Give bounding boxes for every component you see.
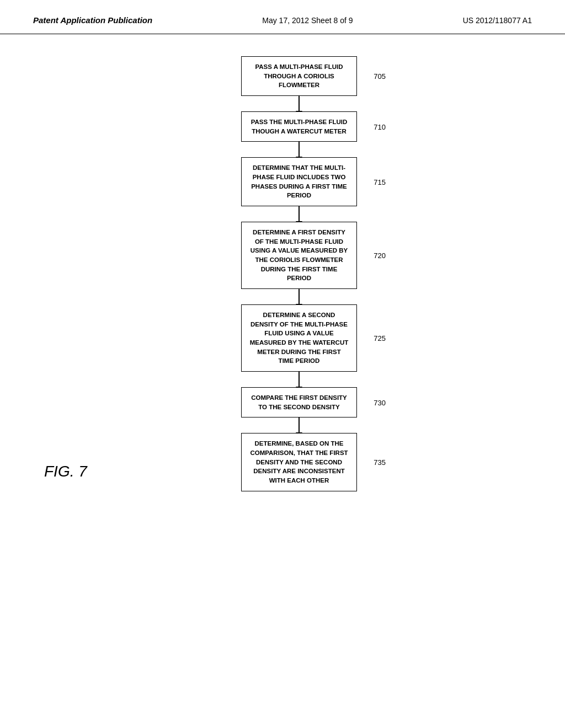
step-705-box: PASS A MULTI-PHASE FLUID THROUGH A CORIO… <box>241 56 357 96</box>
diagram-area: PASS A MULTI-PHASE FLUID THROUGH A CORIO… <box>0 34 565 502</box>
step-730-wrapper: COMPARE THE FIRST DENSITY TO THE SECOND … <box>241 387 357 417</box>
step-725-label: 725 <box>374 334 386 342</box>
arrow-1 <box>299 96 300 111</box>
flowchart: PASS A MULTI-PHASE FLUID THROUGH A CORIO… <box>241 56 357 491</box>
step-735-text: DETERMINE, BASED ON THE COMPARISON, THAT… <box>250 440 348 484</box>
step-730-label: 730 <box>374 398 386 406</box>
step-735-label: 735 <box>374 458 386 467</box>
arrow-3 <box>299 206 300 222</box>
step-720-wrapper: DETERMINE A FIRST DENSITY OF THE MULTI-P… <box>241 222 357 289</box>
page-header: Patent Application Publication May 17, 2… <box>0 0 565 34</box>
sheet-info: May 17, 2012 Sheet 8 of 9 <box>262 16 353 25</box>
step-725-box: DETERMINE A SECOND DENSITY OF THE MULTI-… <box>241 304 357 372</box>
step-735-wrapper: DETERMINE, BASED ON THE COMPARISON, THAT… <box>241 433 357 491</box>
step-710-text: PASS THE MULTI-PHASE FLUID THOUGH A WATE… <box>251 119 348 135</box>
step-735-box: DETERMINE, BASED ON THE COMPARISON, THAT… <box>241 433 357 491</box>
step-725-wrapper: DETERMINE A SECOND DENSITY OF THE MULTI-… <box>241 304 357 372</box>
arrow-5 <box>299 372 300 387</box>
step-710-wrapper: PASS THE MULTI-PHASE FLUID THOUGH A WATE… <box>241 111 357 142</box>
step-730-text: COMPARE THE FIRST DENSITY TO THE SECOND … <box>251 394 347 410</box>
step-720-text: DETERMINE A FIRST DENSITY OF THE MULTI-P… <box>250 229 348 281</box>
step-730-box: COMPARE THE FIRST DENSITY TO THE SECOND … <box>241 387 357 417</box>
arrow-6 <box>299 417 300 433</box>
arrow-2 <box>299 142 300 157</box>
step-705-label: 705 <box>374 72 386 81</box>
step-705-text: PASS A MULTI-PHASE FLUID THROUGH A CORIO… <box>255 63 343 88</box>
publication-label: Patent Application Publication <box>33 15 152 25</box>
step-715-box: DETERMINE THAT THE MULTI-PHASE FLUID INC… <box>241 157 357 206</box>
step-715-label: 715 <box>374 178 386 186</box>
step-710-label: 710 <box>374 122 386 131</box>
step-720-box: DETERMINE A FIRST DENSITY OF THE MULTI-P… <box>241 222 357 289</box>
patent-number: US 2012/118077 A1 <box>463 16 532 25</box>
step-715-wrapper: DETERMINE THAT THE MULTI-PHASE FLUID INC… <box>241 157 357 206</box>
step-705-wrapper: PASS A MULTI-PHASE FLUID THROUGH A CORIO… <box>241 56 357 96</box>
step-720-label: 720 <box>374 251 386 260</box>
arrow-4 <box>299 289 300 304</box>
step-715-text: DETERMINE THAT THE MULTI-PHASE FLUID INC… <box>251 164 347 199</box>
fig-label: FIG. 7 <box>44 463 87 480</box>
step-710-box: PASS THE MULTI-PHASE FLUID THOUGH A WATE… <box>241 111 357 142</box>
step-725-text: DETERMINE A SECOND DENSITY OF THE MULTI-… <box>250 312 348 364</box>
